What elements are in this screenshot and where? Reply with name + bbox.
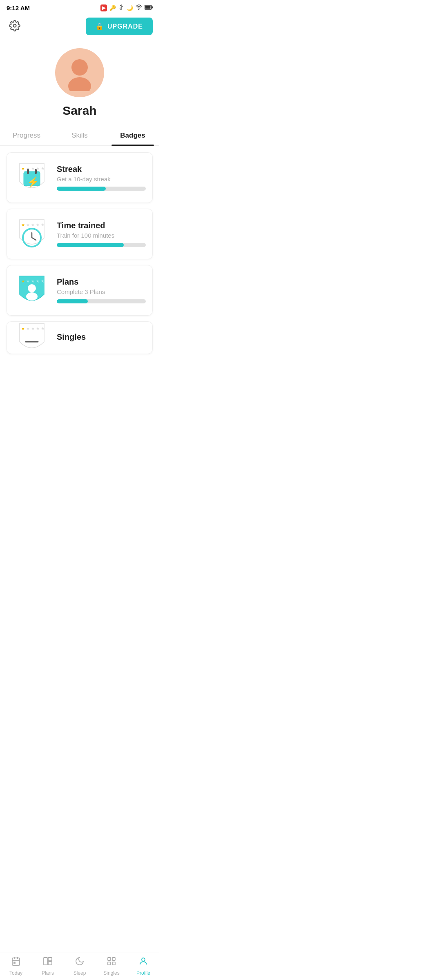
svg-text:★: ★ [31,166,35,171]
svg-rect-3 [145,6,151,9]
wifi-icon [136,4,142,12]
time-trained-desc: Train for 100 minutes [57,232,146,239]
badge-time-trained: ★ ★ ★ ★ ★ Time trained Train for 100 min… [7,209,153,259]
svg-text:★: ★ [26,326,30,331]
svg-point-29 [28,284,36,292]
badges-list: ★ ★ ★ ★ ★ ⚡ Streak Get a 10-day streak [0,146,159,361]
svg-point-0 [138,9,139,9]
svg-text:★: ★ [41,223,45,227]
svg-point-30 [26,292,38,301]
moon-icon: 🌙 [127,5,133,11]
upgrade-button[interactable]: 🔒 UPGRADE [86,18,153,35]
time-trained-progress-bg [57,243,146,247]
time-trained-badge-icon: ★ ★ ★ ★ ★ [13,216,50,252]
svg-text:★: ★ [31,279,35,283]
svg-point-5 [71,59,88,76]
time-trained-progress-fill [57,243,124,247]
avatar [55,48,104,97]
svg-text:★: ★ [36,326,40,331]
video-icon: ▶ [100,4,107,11]
key-icon: 🔑 [109,5,116,11]
svg-text:⚡: ⚡ [27,176,39,188]
svg-point-4 [13,24,16,27]
upgrade-label: UPGRADE [107,23,143,30]
badge-streak: ★ ★ ★ ★ ★ ⚡ Streak Get a 10-day streak [7,152,153,203]
status-icons: ▶ 🔑 🌙 [100,4,153,12]
singles-title: Singles [57,332,146,342]
svg-text:★: ★ [36,279,40,283]
streak-progress-bg [57,187,146,191]
plans-title: Plans [57,277,146,287]
plans-progress-fill [57,299,88,303]
gear-icon [9,20,20,33]
svg-text:★: ★ [21,279,25,283]
badge-singles: ★ ★ ★ ★ ★ Singles [7,321,153,354]
svg-text:★: ★ [41,279,45,283]
app-header: 🔒 UPGRADE [0,14,159,40]
plans-progress-bg [57,299,146,303]
svg-rect-2 [152,7,153,9]
plans-desc: Complete 3 Plans [57,288,146,295]
svg-text:★: ★ [41,326,45,331]
time-trained-title: Time trained [57,221,146,230]
profile-tabs: Progress Skills Badges [0,126,159,146]
streak-desc: Get a 10-day streak [57,176,146,183]
streak-title: Streak [57,165,146,174]
plans-badge-info: Plans Complete 3 Plans [57,277,146,303]
singles-badge-info: Singles [57,332,146,343]
svg-text:★: ★ [36,223,40,227]
svg-text:★: ★ [31,326,35,331]
streak-badge-icon: ★ ★ ★ ★ ★ ⚡ [13,159,50,196]
profile-section: Sarah [0,40,159,126]
streak-progress-fill [57,187,106,191]
lock-icon: 🔒 [96,22,104,30]
svg-text:★: ★ [26,279,30,283]
svg-rect-13 [27,169,29,174]
settings-button[interactable] [7,18,23,35]
profile-name: Sarah [62,104,96,118]
svg-text:★: ★ [31,223,35,227]
svg-text:★: ★ [26,223,30,227]
bluetooth-icon [118,4,124,11]
tab-badges[interactable]: Badges [106,126,159,145]
singles-badge-icon: ★ ★ ★ ★ ★ [13,321,50,354]
svg-text:★: ★ [21,223,25,227]
svg-rect-14 [35,169,37,174]
tab-progress[interactable]: Progress [0,126,53,145]
plans-badge-icon: ★ ★ ★ ★ ★ [13,272,50,309]
status-time: 9:12 AM [7,4,30,11]
badge-plans: ★ ★ ★ ★ ★ Plans Complete 3 Plans [7,265,153,316]
battery-icon [145,5,153,11]
status-bar: 9:12 AM ▶ 🔑 🌙 [0,0,159,14]
svg-text:★: ★ [41,166,45,171]
svg-point-6 [68,77,91,91]
time-trained-badge-info: Time trained Train for 100 minutes [57,221,146,247]
tab-skills[interactable]: Skills [53,126,106,145]
streak-badge-info: Streak Get a 10-day streak [57,165,146,191]
svg-text:★: ★ [21,326,25,331]
svg-text:★: ★ [21,166,25,171]
